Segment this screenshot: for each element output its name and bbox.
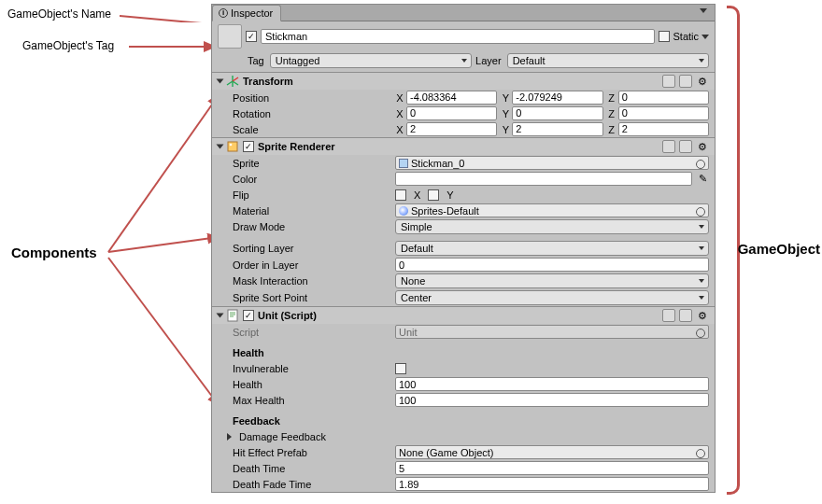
static-label: Static: [673, 31, 699, 42]
health-field[interactable]: 100: [395, 377, 709, 391]
tag-label: Tag: [248, 55, 264, 66]
foldout-icon[interactable]: [217, 79, 224, 84]
sorting-layer-dropdown[interactable]: Default: [395, 241, 709, 256]
position-label: Position: [233, 92, 391, 104]
sprite-renderer-icon: [226, 140, 239, 153]
tab-bar: i Inspector: [212, 5, 715, 21]
death-time-field[interactable]: 5: [395, 461, 709, 475]
rotation-z[interactable]: 0: [618, 106, 709, 120]
static-dropdown-icon[interactable]: [702, 35, 709, 39]
foldout-icon[interactable]: [217, 145, 224, 149]
sprite-label: Sprite: [233, 158, 391, 169]
transform-icon: [226, 75, 239, 88]
hit-effect-prefab-field[interactable]: None (Game Object): [395, 445, 709, 459]
unit-enabled[interactable]: ✓: [243, 310, 254, 321]
transform-title: Transform: [243, 76, 659, 87]
position-z[interactable]: 0: [618, 91, 709, 105]
arrow-to-comp2: [105, 233, 224, 261]
tab-inspector[interactable]: i Inspector: [212, 5, 281, 21]
order-in-layer-field[interactable]: 0: [395, 258, 709, 272]
annotation-gameobject: GameObject: [738, 241, 820, 257]
material-field[interactable]: Sprites-Default: [395, 203, 709, 217]
component-sprite-renderer: ✓ Sprite Renderer ⚙ Sprite Stickman_0 Co…: [212, 137, 715, 306]
unit-title: Unit (Script): [258, 310, 659, 321]
eyedropper-icon[interactable]: ✎: [696, 173, 709, 186]
material-thumb-icon: [399, 206, 408, 216]
inspector-panel: i Inspector ✓ Stickman Static Tag Untagg…: [211, 4, 716, 493]
foldout-icon[interactable]: [217, 314, 224, 318]
annotation-gameobject-name: GameObject's Name: [7, 7, 111, 21]
sprite-sort-point-label: Sprite Sort Point: [233, 292, 391, 303]
gameobject-header: ✓ Stickman Static: [212, 21, 715, 51]
active-checkbox[interactable]: ✓: [246, 31, 257, 42]
death-fade-time-label: Death Fade Time: [233, 479, 391, 490]
arrow-to-comp3: [105, 254, 224, 413]
svg-line-2: [108, 95, 219, 252]
gear-icon[interactable]: ⚙: [696, 140, 709, 153]
unit-header[interactable]: ✓ Unit (Script) ⚙: [212, 307, 715, 324]
foldout-icon[interactable]: [227, 433, 232, 441]
preset-button[interactable]: [679, 309, 692, 322]
color-field[interactable]: [395, 172, 692, 186]
draw-mode-dropdown[interactable]: Simple: [395, 219, 709, 234]
position-y[interactable]: -2.079249: [512, 91, 602, 105]
gameobject-name-field[interactable]: Stickman: [261, 29, 655, 44]
mask-interaction-label: Mask Interaction: [233, 275, 391, 287]
scale-z[interactable]: 2: [618, 122, 709, 136]
tab-menu-icon[interactable]: [696, 8, 711, 18]
gear-icon[interactable]: ⚙: [696, 309, 709, 322]
script-field: Unit: [395, 325, 709, 339]
sprite-thumb-icon: [399, 159, 408, 168]
tag-dropdown[interactable]: Untagged: [270, 53, 472, 68]
script-label: Script: [233, 327, 391, 338]
mask-interaction-dropdown[interactable]: None: [395, 273, 709, 288]
scale-label: Scale: [233, 124, 391, 135]
component-transform: Transform ⚙ Position X-4.083364 Y-2.0792…: [212, 72, 715, 137]
arrow-to-comp1: [105, 91, 224, 259]
sprite-renderer-header[interactable]: ✓ Sprite Renderer ⚙: [212, 138, 715, 155]
health-header: Health: [233, 347, 391, 358]
rotation-y[interactable]: 0: [512, 106, 602, 120]
preset-button[interactable]: [679, 140, 692, 153]
scale-y[interactable]: 2: [512, 122, 602, 136]
svg-line-3: [108, 237, 219, 252]
death-time-label: Death Time: [233, 463, 391, 474]
rotation-label: Rotation: [233, 108, 391, 119]
scale-x[interactable]: 2: [406, 122, 497, 136]
sprite-renderer-title: Sprite Renderer: [258, 141, 659, 152]
position-x[interactable]: -4.083364: [406, 91, 497, 105]
rotation-x[interactable]: 0: [406, 106, 497, 120]
sprite-field[interactable]: Stickman_0: [395, 156, 709, 170]
help-button[interactable]: [662, 140, 675, 153]
transform-header[interactable]: Transform ⚙: [212, 73, 715, 90]
help-button[interactable]: [662, 75, 675, 88]
sprite-renderer-enabled[interactable]: ✓: [243, 141, 254, 152]
layer-dropdown[interactable]: Default: [507, 53, 709, 68]
flip-label: Flip: [233, 189, 391, 201]
invulnerable-checkbox[interactable]: [395, 363, 406, 374]
layer-label: Layer: [475, 55, 502, 66]
color-label: Color: [233, 174, 391, 185]
gameobject-icon[interactable]: [218, 24, 242, 49]
help-button[interactable]: [662, 309, 675, 322]
svg-line-0: [120, 16, 222, 22]
preset-button[interactable]: [679, 75, 692, 88]
max-health-field[interactable]: 100: [395, 393, 709, 407]
death-fade-time-field[interactable]: 1.89: [395, 477, 709, 491]
sprite-sort-point-dropdown[interactable]: Center: [395, 290, 709, 305]
flip-x-checkbox[interactable]: [395, 189, 406, 201]
gear-icon[interactable]: ⚙: [696, 75, 709, 88]
feedback-header: Feedback: [233, 415, 391, 427]
annotation-gameobject-tag: GameObject's Tag: [22, 39, 114, 52]
flip-y-checkbox[interactable]: [428, 189, 439, 201]
script-icon: [226, 309, 239, 322]
component-unit-script: ✓ Unit (Script) ⚙ Script Unit Health Inv…: [212, 306, 715, 492]
svg-line-4: [108, 258, 219, 405]
order-in-layer-label: Order in Layer: [233, 259, 391, 271]
annotation-components: Components: [11, 245, 97, 260]
static-checkbox[interactable]: [659, 31, 670, 42]
invulnerable-label: Invulnerable: [233, 363, 391, 374]
svg-point-6: [230, 144, 233, 147]
draw-mode-label: Draw Mode: [233, 221, 391, 232]
sorting-layer-label: Sorting Layer: [233, 243, 391, 254]
